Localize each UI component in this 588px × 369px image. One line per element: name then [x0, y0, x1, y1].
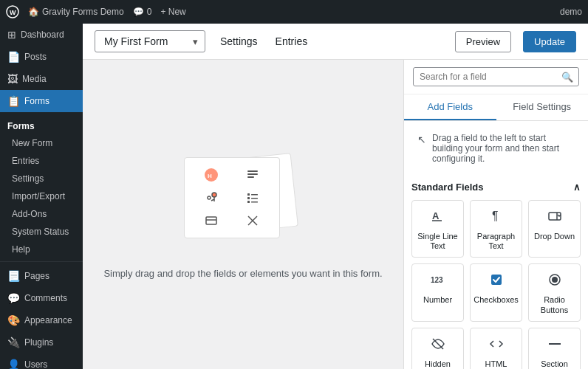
radio-buttons-icon	[547, 272, 563, 292]
wp-logo[interactable]: W	[6, 5, 19, 18]
field-tile-single-line-text[interactable]: A Single Line Text	[411, 200, 464, 258]
settings-nav-link[interactable]: Settings	[217, 30, 261, 53]
entries-nav-link[interactable]: Entries	[273, 30, 311, 53]
drag-hint-text: Drag a field to the left to start buildi…	[432, 133, 575, 164]
sidebar-item-media[interactable]: 🖼 Media	[0, 68, 83, 90]
number-icon: 123	[430, 272, 446, 292]
tab-add-fields[interactable]: Add Fields	[404, 94, 496, 120]
form-selector[interactable]: My First Form	[95, 30, 205, 52]
new-content-link[interactable]: + New	[160, 7, 185, 17]
field-tile-label-section: Section	[541, 359, 568, 369]
sidebar-label-plugins: Plugins	[24, 337, 53, 348]
field-search-input[interactable]	[413, 67, 579, 86]
html-icon	[488, 336, 505, 356]
sidebar-sub-entries[interactable]: Entries	[0, 152, 83, 170]
sidebar-label-pages: Pages	[24, 271, 49, 281]
field-tile-label-number: Number	[423, 295, 452, 305]
svg-text:123: 123	[431, 276, 443, 284]
sidebar-item-forms[interactable]: 📋 Forms	[0, 90, 83, 112]
sidebar-label-comments: Comments	[24, 293, 67, 303]
media-icon: 🖼	[7, 73, 18, 85]
svg-rect-16	[251, 201, 258, 203]
sidebar-sub-settings[interactable]: Settings	[0, 170, 83, 187]
pages-icon: 📃	[7, 270, 20, 282]
svg-rect-5	[247, 173, 258, 175]
dashboard-icon: ⊞	[7, 29, 16, 41]
form-header: My First Form ▾ Settings Entries Preview…	[83, 24, 588, 60]
svg-text:A: A	[432, 210, 440, 221]
field-tile-label-radio-buttons: Radio Buttons	[532, 295, 577, 314]
sidebar-item-dashboard[interactable]: ⊞ Dashboard	[0, 24, 83, 46]
svg-point-10	[208, 196, 211, 199]
sidebar-item-comments[interactable]: 💬 Comments	[0, 287, 83, 309]
user-menu[interactable]: demo	[560, 7, 582, 17]
tab-field-settings[interactable]: Field Settings	[496, 94, 589, 120]
sidebar-item-posts[interactable]: 📄 Posts	[0, 46, 83, 68]
update-button[interactable]: Update	[523, 31, 576, 52]
svg-rect-11	[247, 193, 250, 196]
sidebar-item-plugins[interactable]: 🔌 Plugins	[0, 331, 83, 354]
svg-text:¶: ¶	[492, 210, 499, 222]
field-tile-hidden[interactable]: Hidden	[411, 328, 464, 369]
appearance-icon: 🎨	[7, 314, 20, 326]
canvas-hint: Simply drag and drop the fields or eleme…	[103, 268, 382, 279]
sidebar-item-appearance[interactable]: 🎨 Appearance	[0, 309, 83, 331]
field-tile-section[interactable]: Section	[528, 328, 581, 369]
section-icon	[547, 336, 563, 356]
field-tile-label-drop-down: Drop Down	[534, 232, 575, 241]
users-icon: 👤	[7, 359, 20, 369]
field-search-wrapper: 🔍	[404, 60, 588, 94]
sidebar-sub-new-form[interactable]: New Form	[0, 134, 83, 152]
panel-tabs: Add Fields Field Settings	[404, 94, 588, 121]
canvas-illustration: H	[177, 150, 310, 253]
card-icon-paragraph	[235, 167, 270, 184]
paragraph-text-icon: ¶	[488, 208, 505, 228]
svg-rect-13	[247, 197, 250, 199]
svg-point-7	[212, 193, 216, 197]
sidebar-item-pages[interactable]: 📃 Pages	[0, 265, 83, 287]
sidebar-sub-help[interactable]: Help	[0, 241, 83, 258]
sidebar-sub-add-ons[interactable]: Add-Ons	[0, 205, 83, 223]
search-icon: 🔍	[561, 72, 573, 83]
field-tile-label-checkboxes: Checkboxes	[474, 295, 519, 305]
drag-hint: ↖ Drag a field to the left to start buil…	[411, 128, 581, 168]
standard-fields-header[interactable]: Standard Fields ∧	[411, 179, 581, 200]
sidebar-sub-system-status[interactable]: System Status	[0, 223, 83, 241]
single-line-text-icon: A	[430, 208, 446, 228]
field-tile-label-html: HTML	[485, 359, 507, 369]
hidden-icon	[430, 336, 446, 356]
field-tile-drop-down[interactable]: Drop Down	[528, 200, 581, 258]
admin-bar: W 🏠 Gravity Forms Demo 💬 0 + New demo	[0, 0, 588, 24]
card-icon-hubspot: H	[194, 167, 229, 184]
form-canvas[interactable]: H	[83, 60, 403, 369]
sidebar-label-users: Users	[24, 359, 47, 369]
svg-rect-14	[251, 198, 258, 199]
sidebar-label-posts: Posts	[24, 52, 47, 62]
svg-rect-15	[247, 201, 250, 203]
form-builder: H	[83, 60, 588, 369]
preview-button[interactable]: Preview	[455, 31, 511, 52]
card-icon-hubspot2	[194, 190, 229, 207]
posts-icon: 📄	[7, 51, 20, 63]
form-selector-wrapper: My First Form ▾	[95, 30, 205, 52]
svg-line-30	[433, 339, 443, 349]
field-tile-label-paragraph-text: Paragraph Text	[474, 232, 519, 251]
right-panel: 🔍 Add Fields Field Settings ↖ Drag a fie…	[403, 60, 588, 369]
field-tile-radio-buttons[interactable]: Radio Buttons	[528, 263, 581, 321]
site-name[interactable]: 🏠 Gravity Forms Demo	[28, 7, 124, 17]
field-tile-html[interactable]: HTML	[470, 328, 522, 369]
forms-icon: 📋	[7, 95, 20, 107]
home-icon: 🏠	[28, 7, 39, 17]
comments-icon: 💬	[7, 292, 20, 304]
field-tile-checkboxes[interactable]: Checkboxes	[470, 263, 522, 321]
card-icon-slash	[235, 212, 270, 229]
field-tile-paragraph-text[interactable]: ¶ Paragraph Text	[470, 200, 522, 258]
field-tile-number[interactable]: 123 Number	[411, 263, 464, 321]
sidebar-item-users[interactable]: 👤 Users	[0, 354, 83, 369]
svg-text:H: H	[208, 173, 212, 179]
svg-rect-4	[247, 170, 258, 172]
card-icon-list	[235, 190, 270, 207]
comments-link[interactable]: 💬 0	[133, 7, 152, 17]
card-front: H	[184, 157, 280, 238]
sidebar-sub-import-export[interactable]: Import/Export	[0, 187, 83, 205]
